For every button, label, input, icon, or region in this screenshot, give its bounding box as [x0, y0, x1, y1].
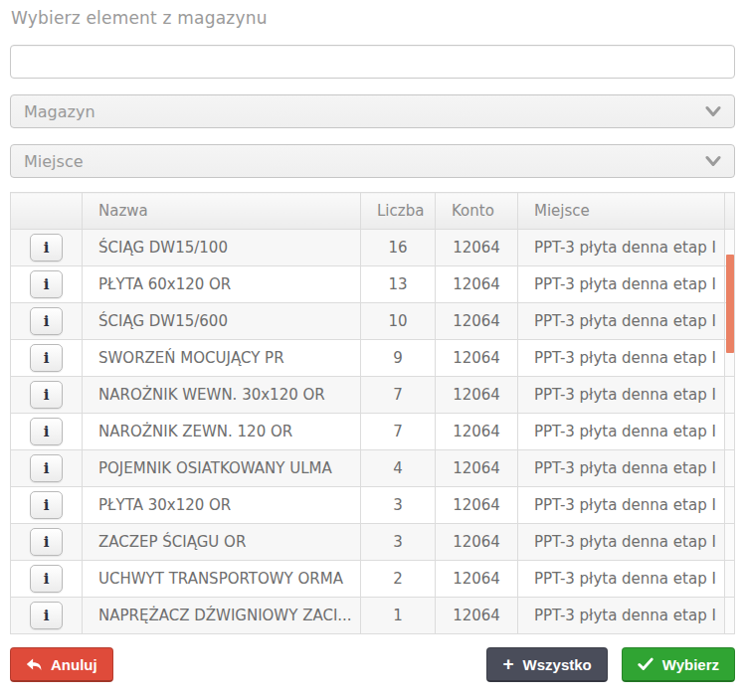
cell-name: SWORZEŃ MOCUJĄCY PR	[83, 340, 361, 377]
reply-arrow-icon	[26, 657, 42, 671]
cell-place: PPT-3 płyta denna etap I	[518, 598, 725, 634]
info-cell: i	[11, 561, 83, 598]
select-button[interactable]: Wybierz	[622, 647, 735, 682]
cancel-button[interactable]: Anuluj	[10, 647, 113, 682]
info-button[interactable]: i	[30, 602, 63, 629]
info-cell: i	[11, 340, 83, 377]
table-row[interactable]: iPŁYTA 30x120 OR312064PPT-3 płyta denna …	[11, 487, 735, 524]
table-row[interactable]: iNAPRĘŻACZ DŹWIGNIOWY ZACI...112064PPT-3…	[11, 598, 735, 634]
cell-name: ŚCIĄG DW15/100	[83, 230, 361, 266]
cancel-button-label: Anuluj	[51, 656, 97, 673]
info-icon: i	[44, 277, 50, 292]
info-button[interactable]: i	[30, 344, 63, 372]
info-cell: i	[11, 524, 83, 561]
cell-count: 3	[361, 524, 436, 561]
cell-account: 12064	[436, 414, 518, 450]
cell-place: PPT-3 płyta denna etap I	[518, 450, 725, 487]
info-button[interactable]: i	[30, 234, 63, 262]
magazyn-select[interactable]: Magazyn	[10, 94, 735, 128]
info-cell: i	[11, 266, 83, 303]
info-icon: i	[44, 572, 50, 587]
chevron-down-icon	[705, 105, 721, 117]
cell-count: 4	[361, 450, 436, 487]
miejsce-select[interactable]: Miejsce	[10, 144, 735, 178]
table-row[interactable]: iNAROŻNIK ZEWN. 120 OR712064PPT-3 płyta …	[11, 414, 735, 450]
table-row[interactable]: iŚCIĄG DW15/6001012064PPT-3 płyta denna …	[11, 303, 735, 340]
info-cell: i	[11, 303, 83, 340]
table-row[interactable]: iPOJEMNIK OSIATKOWANY ULMA412064PPT-3 pł…	[11, 450, 735, 487]
table-row[interactable]: iNAROŻNIK WEWN. 30x120 OR712064PPT-3 pły…	[11, 377, 735, 414]
info-icon: i	[44, 351, 50, 366]
cell-name: NAROŻNIK WEWN. 30x120 OR	[83, 377, 361, 414]
info-cell: i	[11, 598, 83, 634]
table-row[interactable]: iZACZEP ŚCIĄGU OR312064PPT-3 płyta denna…	[11, 524, 735, 561]
items-table: Nazwa Liczba Konto Miejsce iŚCIĄG DW15/1…	[10, 192, 735, 634]
table-header-row: Nazwa Liczba Konto Miejsce	[11, 193, 735, 230]
scrollbar-track[interactable]	[725, 524, 735, 561]
scrollbar-track[interactable]	[725, 487, 735, 524]
info-icon: i	[44, 425, 50, 439]
scrollbar-track[interactable]	[725, 561, 735, 598]
info-button[interactable]: i	[30, 418, 63, 445]
info-icon: i	[44, 535, 50, 550]
cell-count: 7	[361, 377, 436, 414]
table-row[interactable]: iSWORZEŃ MOCUJĄCY PR912064PPT-3 płyta de…	[11, 340, 735, 377]
scrollbar-track[interactable]	[725, 377, 735, 414]
cell-count: 7	[361, 414, 436, 450]
column-header-konto: Konto	[436, 193, 518, 230]
search-input[interactable]	[10, 45, 735, 79]
info-button[interactable]: i	[30, 381, 63, 409]
cell-account: 12064	[436, 450, 518, 487]
cell-account: 12064	[436, 524, 518, 561]
cell-name: ŚCIĄG DW15/600	[83, 303, 361, 340]
cell-count: 3	[361, 487, 436, 524]
all-button[interactable]: + Wszystko	[486, 647, 607, 682]
column-header-liczba: Liczba	[361, 193, 436, 230]
info-cell: i	[11, 377, 83, 414]
scrollbar-track[interactable]	[725, 598, 735, 634]
cell-account: 12064	[436, 561, 518, 598]
cell-place: PPT-3 płyta denna etap I	[518, 377, 725, 414]
table-row[interactable]: iPŁYTA 60x120 OR1312064PPT-3 płyta denna…	[11, 266, 735, 303]
info-button[interactable]: i	[30, 528, 63, 556]
cell-place: PPT-3 płyta denna etap I	[518, 340, 725, 377]
cell-account: 12064	[436, 266, 518, 303]
select-button-label: Wybierz	[662, 656, 719, 673]
info-cell: i	[11, 450, 83, 487]
column-header-info	[11, 193, 83, 230]
plus-icon: +	[502, 654, 513, 673]
chevron-down-icon	[705, 155, 721, 167]
table-row[interactable]: iŚCIĄG DW15/1001612064PPT-3 płyta denna …	[11, 230, 735, 266]
info-icon: i	[44, 461, 50, 476]
info-cell: i	[11, 414, 83, 450]
scrollbar-track[interactable]	[725, 450, 735, 487]
info-icon: i	[44, 498, 50, 513]
cell-count: 10	[361, 303, 436, 340]
info-button[interactable]: i	[30, 565, 63, 593]
cell-name: POJEMNIK OSIATKOWANY ULMA	[83, 450, 361, 487]
cell-place: PPT-3 płyta denna etap I	[518, 414, 725, 450]
cell-account: 12064	[436, 377, 518, 414]
cell-account: 12064	[436, 340, 518, 377]
magazyn-select-label: Magazyn	[24, 102, 95, 121]
info-button[interactable]: i	[30, 454, 63, 482]
scrollbar-track[interactable]	[725, 414, 735, 450]
scrollbar-thumb[interactable]	[726, 255, 734, 353]
info-button[interactable]: i	[30, 270, 63, 298]
cell-place: PPT-3 płyta denna etap I	[518, 524, 725, 561]
info-cell: i	[11, 230, 83, 266]
cell-place: PPT-3 płyta denna etap I	[518, 230, 725, 266]
action-bar: Anuluj + Wszystko Wybierz	[10, 647, 735, 682]
cell-name: PŁYTA 30x120 OR	[83, 487, 361, 524]
table-row[interactable]: iUCHWYT TRANSPORTOWY ORMA212064PPT-3 pły…	[11, 561, 735, 598]
info-icon: i	[44, 388, 50, 403]
cell-count: 2	[361, 561, 436, 598]
cell-place: PPT-3 płyta denna etap I	[518, 303, 725, 340]
page-title: Wybierz element z magazynu	[11, 8, 735, 28]
info-button[interactable]: i	[30, 491, 63, 519]
cell-count: 13	[361, 266, 436, 303]
info-icon: i	[44, 314, 50, 329]
cell-place: PPT-3 płyta denna etap I	[518, 487, 725, 524]
all-button-label: Wszystko	[523, 656, 592, 673]
info-button[interactable]: i	[30, 307, 63, 335]
